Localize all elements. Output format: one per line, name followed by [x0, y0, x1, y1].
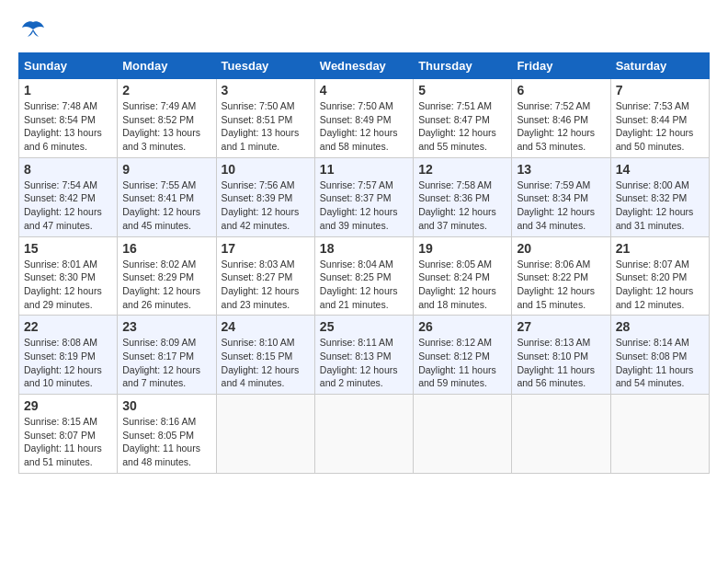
weekday-header-saturday: Saturday	[610, 53, 709, 79]
day-number: 14	[616, 162, 704, 177]
calendar-cell: 15 Sunrise: 8:01 AM Sunset: 8:30 PM Dayl…	[19, 236, 118, 316]
day-info: Sunrise: 8:08 AM Sunset: 8:19 PM Dayligh…	[24, 336, 112, 390]
day-info: Sunrise: 8:01 AM Sunset: 8:30 PM Dayligh…	[24, 258, 112, 312]
day-number: 22	[24, 319, 112, 334]
calendar-cell: 1 Sunrise: 7:48 AM Sunset: 8:54 PM Dayli…	[19, 79, 118, 158]
day-number: 6	[517, 83, 605, 98]
calendar-cell	[512, 395, 610, 474]
calendar-cell: 8 Sunrise: 7:54 AM Sunset: 8:42 PM Dayli…	[19, 157, 118, 236]
day-info: Sunrise: 8:05 AM Sunset: 8:24 PM Dayligh…	[418, 258, 506, 312]
calendar-cell: 9 Sunrise: 7:55 AM Sunset: 8:41 PM Dayli…	[118, 157, 216, 236]
calendar-cell: 18 Sunrise: 8:04 AM Sunset: 8:25 PM Dayl…	[314, 236, 413, 316]
logo	[18, 18, 46, 43]
day-number: 27	[517, 319, 605, 334]
calendar-cell: 4 Sunrise: 7:50 AM Sunset: 8:49 PM Dayli…	[314, 79, 413, 158]
day-info: Sunrise: 8:11 AM Sunset: 8:13 PM Dayligh…	[320, 336, 408, 390]
logo-bird-icon	[20, 18, 46, 39]
calendar-cell: 16 Sunrise: 8:02 AM Sunset: 8:29 PM Dayl…	[118, 236, 216, 316]
calendar-cell: 2 Sunrise: 7:49 AM Sunset: 8:52 PM Dayli…	[118, 79, 216, 158]
day-info: Sunrise: 8:12 AM Sunset: 8:12 PM Dayligh…	[418, 336, 506, 390]
day-info: Sunrise: 7:51 AM Sunset: 8:47 PM Dayligh…	[418, 99, 506, 154]
calendar-cell: 25 Sunrise: 8:11 AM Sunset: 8:13 PM Dayl…	[314, 316, 413, 395]
calendar-cell: 24 Sunrise: 8:10 AM Sunset: 8:15 PM Dayl…	[216, 316, 314, 395]
day-info: Sunrise: 7:49 AM Sunset: 8:52 PM Dayligh…	[122, 99, 210, 154]
header	[18, 18, 710, 43]
calendar-cell: 26 Sunrise: 8:12 AM Sunset: 8:12 PM Dayl…	[414, 316, 512, 395]
day-number: 26	[418, 319, 506, 334]
day-number: 4	[320, 83, 408, 98]
day-number: 13	[517, 162, 605, 177]
day-number: 8	[24, 162, 112, 177]
day-number: 28	[616, 319, 704, 334]
weekday-header-friday: Friday	[512, 53, 610, 79]
day-info: Sunrise: 7:55 AM Sunset: 8:41 PM Dayligh…	[122, 178, 210, 233]
day-info: Sunrise: 7:50 AM Sunset: 8:51 PM Dayligh…	[222, 99, 310, 154]
calendar-cell	[216, 395, 314, 474]
calendar-cell: 7 Sunrise: 7:53 AM Sunset: 8:44 PM Dayli…	[610, 79, 709, 158]
calendar-cell: 11 Sunrise: 7:57 AM Sunset: 8:37 PM Dayl…	[314, 157, 413, 236]
calendar-cell: 14 Sunrise: 8:00 AM Sunset: 8:32 PM Dayl…	[610, 157, 709, 236]
day-number: 2	[122, 83, 210, 98]
day-info: Sunrise: 7:52 AM Sunset: 8:46 PM Dayligh…	[517, 99, 605, 154]
day-info: Sunrise: 7:53 AM Sunset: 8:44 PM Dayligh…	[616, 99, 704, 154]
weekday-header-thursday: Thursday	[414, 53, 512, 79]
day-number: 10	[222, 162, 310, 177]
day-number: 29	[24, 398, 112, 413]
day-info: Sunrise: 8:16 AM Sunset: 8:05 PM Dayligh…	[122, 415, 210, 469]
calendar-cell	[610, 395, 709, 474]
day-info: Sunrise: 8:09 AM Sunset: 8:17 PM Dayligh…	[122, 336, 210, 390]
calendar-cell: 20 Sunrise: 8:06 AM Sunset: 8:22 PM Dayl…	[512, 236, 610, 316]
day-info: Sunrise: 7:56 AM Sunset: 8:39 PM Dayligh…	[222, 178, 310, 233]
calendar-cell: 29 Sunrise: 8:15 AM Sunset: 8:07 PM Dayl…	[19, 395, 118, 474]
day-info: Sunrise: 8:06 AM Sunset: 8:22 PM Dayligh…	[517, 258, 605, 312]
weekday-header-monday: Monday	[118, 53, 216, 79]
day-info: Sunrise: 8:07 AM Sunset: 8:20 PM Dayligh…	[616, 258, 704, 312]
day-info: Sunrise: 8:00 AM Sunset: 8:32 PM Dayligh…	[616, 178, 704, 233]
day-number: 21	[616, 241, 704, 256]
calendar-cell: 3 Sunrise: 7:50 AM Sunset: 8:51 PM Dayli…	[216, 79, 314, 158]
day-number: 25	[320, 319, 408, 334]
calendar-cell: 10 Sunrise: 7:56 AM Sunset: 8:39 PM Dayl…	[216, 157, 314, 236]
calendar-cell: 30 Sunrise: 8:16 AM Sunset: 8:05 PM Dayl…	[118, 395, 216, 474]
day-info: Sunrise: 7:54 AM Sunset: 8:42 PM Dayligh…	[24, 178, 112, 233]
day-number: 5	[418, 83, 506, 98]
day-number: 18	[320, 241, 408, 256]
day-info: Sunrise: 8:04 AM Sunset: 8:25 PM Dayligh…	[320, 258, 408, 312]
calendar-cell: 28 Sunrise: 8:14 AM Sunset: 8:08 PM Dayl…	[610, 316, 709, 395]
day-number: 11	[320, 162, 408, 177]
weekday-header-sunday: Sunday	[19, 53, 118, 79]
day-info: Sunrise: 8:13 AM Sunset: 8:10 PM Dayligh…	[517, 336, 605, 390]
day-info: Sunrise: 7:48 AM Sunset: 8:54 PM Dayligh…	[24, 99, 112, 154]
calendar-cell: 23 Sunrise: 8:09 AM Sunset: 8:17 PM Dayl…	[118, 316, 216, 395]
calendar-cell	[314, 395, 413, 474]
day-info: Sunrise: 7:58 AM Sunset: 8:36 PM Dayligh…	[418, 178, 506, 233]
calendar-cell: 5 Sunrise: 7:51 AM Sunset: 8:47 PM Dayli…	[414, 79, 512, 158]
calendar-cell: 6 Sunrise: 7:52 AM Sunset: 8:46 PM Dayli…	[512, 79, 610, 158]
day-number: 1	[24, 83, 112, 98]
day-number: 20	[517, 241, 605, 256]
day-number: 17	[222, 241, 310, 256]
calendar-cell	[414, 395, 512, 474]
day-info: Sunrise: 7:59 AM Sunset: 8:34 PM Dayligh…	[517, 178, 605, 233]
calendar-cell: 17 Sunrise: 8:03 AM Sunset: 8:27 PM Dayl…	[216, 236, 314, 316]
day-number: 15	[24, 241, 112, 256]
day-info: Sunrise: 7:57 AM Sunset: 8:37 PM Dayligh…	[320, 178, 408, 233]
day-number: 23	[122, 319, 210, 334]
day-number: 12	[418, 162, 506, 177]
calendar-cell: 21 Sunrise: 8:07 AM Sunset: 8:20 PM Dayl…	[610, 236, 709, 316]
calendar-cell: 22 Sunrise: 8:08 AM Sunset: 8:19 PM Dayl…	[19, 316, 118, 395]
day-number: 7	[616, 83, 704, 98]
calendar-cell: 13 Sunrise: 7:59 AM Sunset: 8:34 PM Dayl…	[512, 157, 610, 236]
day-number: 9	[122, 162, 210, 177]
calendar-cell: 12 Sunrise: 7:58 AM Sunset: 8:36 PM Dayl…	[414, 157, 512, 236]
day-info: Sunrise: 8:03 AM Sunset: 8:27 PM Dayligh…	[222, 258, 310, 312]
calendar-table: SundayMondayTuesdayWednesdayThursdayFrid…	[18, 52, 710, 474]
day-number: 16	[122, 241, 210, 256]
day-number: 19	[418, 241, 506, 256]
day-number: 30	[122, 398, 210, 413]
weekday-header-tuesday: Tuesday	[216, 53, 314, 79]
day-info: Sunrise: 8:14 AM Sunset: 8:08 PM Dayligh…	[616, 336, 704, 390]
day-info: Sunrise: 7:50 AM Sunset: 8:49 PM Dayligh…	[320, 99, 408, 154]
day-number: 24	[222, 319, 310, 334]
day-info: Sunrise: 8:10 AM Sunset: 8:15 PM Dayligh…	[222, 336, 310, 390]
